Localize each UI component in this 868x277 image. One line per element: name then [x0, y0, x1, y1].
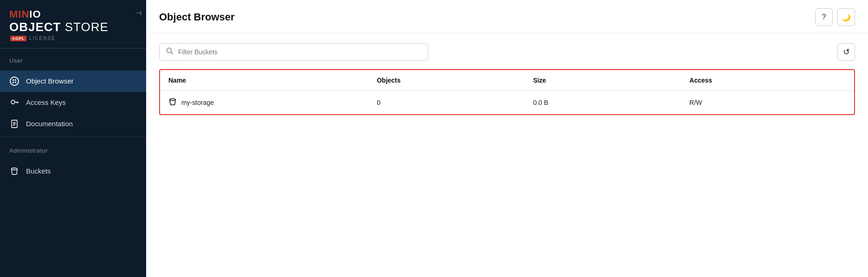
- sidebar-item-documentation-label: Documentation: [26, 120, 73, 128]
- grid-icon: [9, 76, 19, 86]
- col-size: Size: [533, 77, 689, 84]
- admin-section-label: Administrator: [9, 147, 137, 154]
- sidebar-item-buckets-label: Buckets: [26, 167, 51, 175]
- bucket-access: R/W: [689, 99, 846, 106]
- bucket-table: Name Objects Size Access my-storage 0 0.: [159, 69, 855, 115]
- refresh-button[interactable]: ↺: [837, 43, 855, 61]
- bucket-size: 0.0 B: [533, 99, 689, 106]
- col-name: Name: [168, 77, 377, 84]
- sidebar-item-documentation[interactable]: Documentation: [0, 113, 146, 135]
- sidebar-item-object-browser-label: Object Browser: [26, 77, 74, 85]
- page-title: Object Browser: [159, 11, 235, 23]
- col-access: Access: [689, 77, 846, 84]
- search-box[interactable]: [159, 43, 428, 61]
- main-body: ↺ Name Objects Size Access my-st: [146, 33, 868, 277]
- user-section-label: User: [9, 57, 137, 64]
- refresh-icon: ↺: [843, 47, 850, 57]
- sidebar: MINIO OBJECT STORE AGPL LICENSE ⊣ User O…: [0, 0, 146, 277]
- help-button[interactable]: ?: [815, 8, 833, 26]
- sidebar-item-access-keys-label: Access Keys: [26, 98, 66, 106]
- filter-row: ↺: [159, 43, 855, 61]
- header-actions: ? 🌙: [815, 8, 855, 26]
- bucket-nav-icon: [9, 166, 19, 176]
- svg-line-14: [171, 52, 174, 55]
- svg-point-5: [11, 100, 15, 104]
- user-section: User: [0, 49, 146, 71]
- svg-point-0: [10, 77, 19, 85]
- bucket-name-cell: my-storage: [168, 97, 377, 108]
- svg-rect-3: [13, 82, 14, 83]
- sidebar-item-object-browser[interactable]: Object Browser: [0, 71, 146, 92]
- bucket-objects: 0: [377, 99, 533, 106]
- logo-area: MINIO OBJECT STORE AGPL LICENSE: [0, 0, 146, 48]
- svg-rect-2: [15, 79, 16, 81]
- help-icon: ?: [822, 13, 826, 21]
- bucket-name: my-storage: [181, 99, 214, 106]
- svg-rect-4: [15, 82, 16, 83]
- sidebar-divider-mid: [0, 136, 146, 137]
- search-input[interactable]: [178, 48, 421, 56]
- main-header: Object Browser ? 🌙: [146, 0, 868, 33]
- doc-icon: [9, 119, 19, 129]
- svg-rect-1: [13, 79, 14, 81]
- theme-icon: 🌙: [842, 13, 851, 22]
- logo-subtitle: AGPL LICENSE: [10, 36, 137, 41]
- col-objects: Objects: [377, 77, 533, 84]
- sidebar-item-access-keys[interactable]: Access Keys: [0, 92, 146, 113]
- table-row[interactable]: my-storage 0 0.0 B R/W: [160, 91, 854, 114]
- license-label: LICENSE: [29, 36, 56, 41]
- key-icon: [9, 97, 19, 108]
- logo-title: OBJECT STORE: [9, 20, 137, 34]
- table-header: Name Objects Size Access: [160, 70, 854, 91]
- agpl-badge: AGPL: [10, 36, 26, 41]
- search-icon: [166, 47, 174, 57]
- logo-io: IO: [29, 8, 41, 20]
- collapse-button[interactable]: ⊣: [136, 9, 141, 17]
- svg-point-13: [167, 48, 172, 53]
- sidebar-item-buckets[interactable]: Buckets: [0, 161, 146, 182]
- bucket-row-icon: [168, 97, 177, 108]
- main-content: Object Browser ? 🌙 ↺: [146, 0, 868, 277]
- theme-toggle-button[interactable]: 🌙: [837, 8, 855, 26]
- logo-min: MIN: [9, 8, 29, 20]
- admin-section: Administrator: [0, 139, 146, 161]
